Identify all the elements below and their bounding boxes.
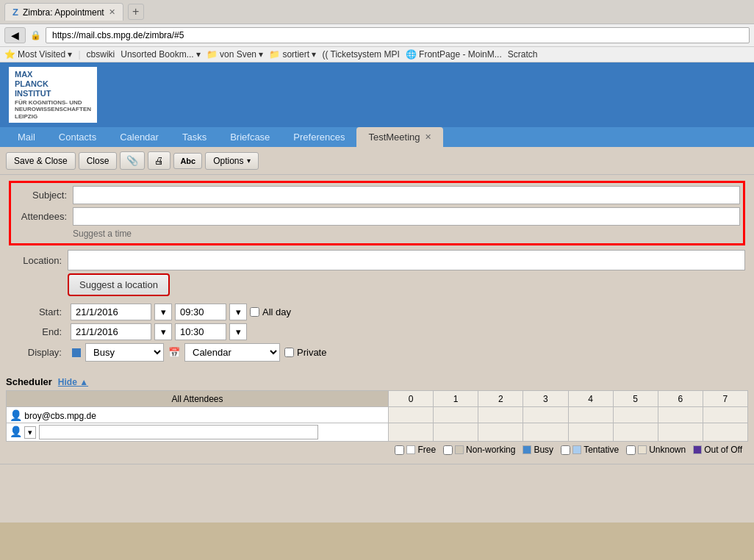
tab-close-icon[interactable]: ✕ [425,132,431,142]
tab-contacts[interactable]: Contacts [47,127,108,147]
bookmark-unsorted[interactable]: Unsorted Bookm... ▾ [121,49,201,60]
bookmark-ticketsystem[interactable]: (( Ticketsystem MPI [322,49,399,60]
bookmark-label: Unsorted Bookm... ▾ [121,49,201,60]
legend-unknown: Unknown [626,445,686,455]
end-row: End: ▾ ▾ [9,323,745,340]
attendee-1-hour-5 [613,407,658,423]
subject-input[interactable] [73,186,740,204]
legend-busy-box [523,445,531,454]
attendees-row: Attendees: [14,207,740,226]
legend-nonworking-label: Non-working [466,445,515,455]
end-time-input[interactable] [175,323,226,340]
tab-preferences[interactable]: Preferences [281,127,356,147]
attendee-1-hour-2 [478,407,523,423]
hour-2: 2 [478,391,523,407]
bookmark-cbswiki[interactable]: cbswiki [87,49,115,60]
suggest-location-button[interactable]: Suggest a location [68,273,170,296]
legend: Free Non-working Busy Tentative Unknown … [6,442,748,458]
attendee-2-hour-7 [703,423,747,442]
bookmark-most-visited[interactable]: ⭐ Most Visited ▾ [4,49,72,60]
start-date-input[interactable] [71,304,151,320]
new-tab-button[interactable]: + [128,4,144,20]
suggest-location-container: Suggest a location [9,273,745,296]
bookmarks-bar: ⭐ Most Visited ▾ | cbswiki Unsorted Book… [0,47,754,62]
legend-free-checkbox[interactable] [395,445,404,455]
tab-mail[interactable]: Mail [6,127,47,147]
legend-outofoffice-box [693,445,702,454]
legend-tentative-checkbox[interactable] [561,445,570,455]
attendee-1-hour-0 [389,407,434,423]
close-button[interactable]: Close [79,152,118,170]
start-time-input[interactable] [175,304,226,320]
end-label: End: [9,326,68,337]
spell-button[interactable]: Abc [173,153,202,169]
attendee-2-hour-4 [568,423,613,442]
legend-unknown-checkbox[interactable] [626,445,636,455]
address-bar-row: ◀ 🔒 [0,24,754,47]
attendees-input[interactable] [73,207,740,226]
scheduler-table: All Attendees 0 1 2 3 4 5 6 7 👤 broy@cbs… [6,390,748,442]
attendee-2-hour-5 [613,423,658,442]
legend-nonworking-checkbox[interactable] [443,445,453,455]
bookmark-vonsven[interactable]: 📁 von Sven ▾ [207,49,263,60]
app-header: MAXPLANCKINSTITUT FÜR KOGNITIONS- UNDNEU… [0,62,754,127]
legend-nonworking: Non-working [443,445,515,455]
attach-button[interactable]: 📎 [120,151,145,170]
bookmark-sortiert[interactable]: 📁 sortiert ▾ [269,49,316,60]
save-close-button[interactable]: Save & Close [6,152,76,170]
tab-mail-label: Mail [18,132,35,143]
bottom-area [0,464,754,523]
browser-tab[interactable]: Z Zimbra: Appointment ✕ [4,3,123,21]
tab-calendar-label: Calendar [120,132,159,143]
browser-chrome: Z Zimbra: Appointment ✕ + [0,0,754,24]
end-time-dropdown[interactable]: ▾ [229,323,247,340]
start-date-dropdown[interactable]: ▾ [154,304,172,320]
bookmark-frontpage[interactable]: 🌐 FrontPage - MoinM... [406,49,502,60]
bookmark-scratch[interactable]: Scratch [508,49,538,60]
print-button[interactable]: 🖨 [148,151,170,170]
bookmark-label: cbswiki [87,49,115,60]
private-checkbox[interactable] [284,348,294,357]
highlight-box: Subject: Attendees: Suggest a time [9,181,745,245]
tab-testmeeting[interactable]: TestMeeting ✕ [356,127,442,147]
nav-tabs: Mail Contacts Calendar Tasks Briefcase P… [0,127,754,147]
form-area: Subject: Attendees: Suggest a time Locat… [0,175,754,373]
end-date-dropdown[interactable]: ▾ [154,323,172,340]
suggest-time-link[interactable]: Suggest a time [14,229,740,239]
location-input[interactable] [68,250,745,270]
tab-label: Zimbra: Appointment [23,7,104,18]
tab-calendar[interactable]: Calendar [108,127,170,147]
hour-7: 7 [703,391,747,407]
options-dropdown-arrow: ▾ [247,157,251,165]
hour-1: 1 [434,391,478,407]
logo-line1: MAXPLANCKINSTITUT [15,70,91,99]
legend-busy-label: Busy [534,445,553,455]
back-button[interactable]: ◀ [4,27,26,43]
person-icon-2: 👤 [10,426,22,437]
display-select[interactable]: Busy Free Tentative Out of Office [85,343,164,362]
end-date-input[interactable] [71,323,151,340]
hour-4: 4 [568,391,613,407]
allday-checkbox[interactable] [250,307,259,317]
add-attendee-dropdown[interactable]: ▾ [24,426,36,439]
attendee-2-hour-1 [434,423,478,442]
app-logo: MAXPLANCKINSTITUT FÜR KOGNITIONS- UNDNEU… [9,67,97,123]
tab-tasks-label: Tasks [182,132,207,143]
legend-free: Free [395,445,436,455]
scheduler-title: Scheduler [6,376,52,387]
tab-preferences-label: Preferences [293,132,345,143]
start-time-dropdown[interactable]: ▾ [229,304,247,320]
address-input[interactable] [46,27,750,43]
tab-close-icon[interactable]: ✕ [109,7,115,17]
scheduler-area: All Attendees 0 1 2 3 4 5 6 7 👤 broy@cbs… [0,390,754,464]
options-label: Options [213,156,243,166]
attendee-1-cell: 👤 broy@cbs.mpg.de [7,407,389,423]
tab-tasks[interactable]: Tasks [170,127,218,147]
tab-briefcase[interactable]: Briefcase [218,127,281,147]
add-attendee-input[interactable] [39,425,318,439]
hour-0: 0 [389,391,434,407]
tab-briefcase-label: Briefcase [230,132,270,143]
calendar-select[interactable]: Calendar [184,343,280,362]
options-button[interactable]: Options ▾ [205,152,258,170]
scheduler-hide-link[interactable]: Hide ▲ [58,377,88,387]
